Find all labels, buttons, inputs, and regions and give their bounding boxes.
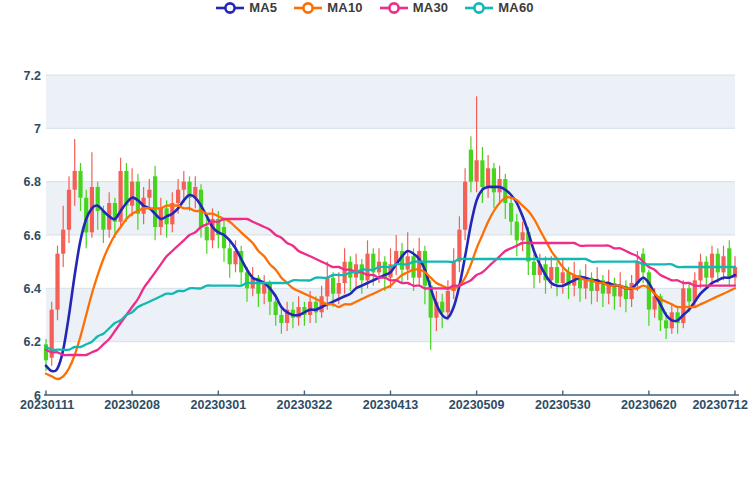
candle-body — [147, 190, 151, 198]
x-axis-label: 20230509 — [449, 398, 505, 412]
legend-marker-icon — [465, 1, 493, 15]
candle-body — [176, 190, 180, 203]
candle-body — [337, 283, 341, 294]
x-axis-label: 20230413 — [363, 398, 419, 412]
candle — [394, 235, 398, 275]
candle-body — [492, 168, 496, 192]
candle-body — [365, 254, 369, 281]
x-axis-label: 20230322 — [277, 398, 333, 412]
candle-body — [710, 254, 714, 278]
candle-body — [67, 190, 71, 230]
legend-item-ma5[interactable]: MA5 — [216, 0, 277, 15]
y-axis-label: 7 — [34, 122, 41, 136]
candle — [704, 256, 708, 288]
candle — [55, 246, 59, 321]
chart-legend: MA5MA10MA30MA60 — [0, 0, 750, 15]
legend-label: MA30 — [413, 0, 448, 15]
split-area-band — [46, 75, 735, 128]
x-axis-label: 20230111 — [20, 398, 74, 412]
candle-body — [343, 262, 347, 283]
candle-body — [727, 248, 731, 277]
candle-body — [78, 171, 82, 198]
x-axis-label: 20230530 — [535, 398, 591, 412]
chart-canvas[interactable]: 66.26.46.66.877.220230111202302082023030… — [0, 0, 750, 500]
candle-body — [664, 320, 668, 328]
candle — [681, 280, 685, 328]
candle-body — [561, 272, 565, 283]
candle — [119, 158, 123, 227]
candle-body — [130, 182, 134, 206]
candle-body — [61, 230, 65, 254]
candle-body — [480, 160, 484, 187]
candle-body — [331, 278, 335, 294]
candle — [721, 246, 725, 281]
candle-body — [73, 171, 77, 190]
legend-label: MA60 — [498, 0, 533, 15]
candle-body — [509, 203, 513, 222]
legend-item-ma30[interactable]: MA30 — [380, 0, 448, 15]
candle-body — [228, 248, 232, 264]
candle-body — [463, 182, 467, 230]
x-axis-label: 20230620 — [621, 398, 677, 412]
y-axis-label: 6.6 — [24, 229, 41, 243]
candle-body — [205, 227, 209, 240]
legend-label: MA5 — [249, 0, 277, 15]
legend-label: MA10 — [327, 0, 362, 15]
candle-body — [698, 262, 702, 281]
candle-body — [721, 256, 725, 272]
candle-body — [446, 291, 450, 312]
candle-body — [182, 182, 186, 190]
candle-body — [457, 230, 461, 262]
candle-body — [279, 315, 283, 323]
candle — [239, 246, 243, 286]
candle — [50, 302, 54, 366]
candle-body — [704, 262, 708, 278]
candle-body — [532, 262, 536, 275]
candle — [228, 240, 232, 277]
candle-body — [716, 254, 720, 273]
candle-body — [411, 256, 415, 277]
candle — [463, 168, 467, 240]
candle — [716, 248, 720, 283]
legend-item-ma10[interactable]: MA10 — [294, 0, 362, 15]
x-axis-label: 20230301 — [190, 398, 246, 412]
candle-body — [475, 160, 479, 181]
y-axis-label: 6.4 — [24, 282, 41, 296]
candle-body — [153, 176, 157, 227]
candle-body — [136, 182, 140, 214]
candle — [343, 248, 347, 293]
candle-body — [555, 267, 559, 283]
candle-body — [521, 232, 525, 240]
candle — [90, 152, 94, 237]
candle-body — [274, 302, 278, 315]
candle-body — [486, 168, 490, 187]
candle-body — [320, 296, 324, 312]
x-axis-label: 20230712 — [692, 398, 748, 412]
y-axis-label: 6.2 — [24, 335, 41, 349]
candle-body — [55, 254, 59, 310]
y-axis-label: 7.2 — [24, 69, 41, 83]
candle-body — [630, 283, 634, 299]
x-axis-label: 20230208 — [104, 398, 160, 412]
candle — [733, 256, 737, 285]
kline-chart[interactable]: 66.26.46.66.877.220230111202302082023030… — [0, 0, 750, 500]
candle-body — [245, 272, 249, 288]
y-axis-label: 6.8 — [24, 175, 41, 189]
legend-item-ma60[interactable]: MA60 — [465, 0, 533, 15]
candle-body — [469, 150, 473, 182]
candle-body — [515, 222, 519, 241]
legend-marker-icon — [294, 1, 322, 15]
candle-body — [325, 278, 329, 297]
candle — [710, 246, 714, 286]
candle-body — [687, 288, 691, 301]
candle-body — [417, 251, 421, 278]
legend-marker-icon — [380, 1, 408, 15]
candle — [698, 254, 702, 289]
legend-marker-icon — [216, 1, 244, 15]
candle-body — [549, 267, 553, 280]
